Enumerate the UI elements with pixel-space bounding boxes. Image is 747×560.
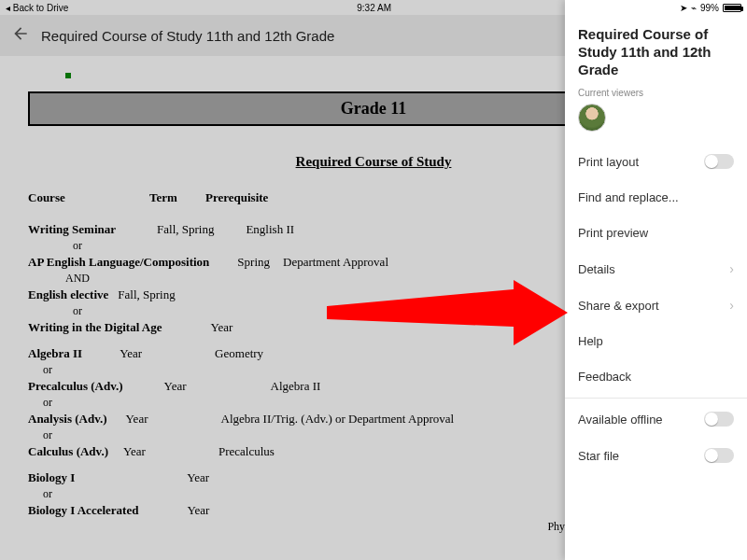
course-writing-seminar: Writing Seminar	[28, 222, 116, 237]
term: Fall, Spring	[118, 287, 175, 302]
menu-feedback[interactable]: Feedback	[565, 358, 747, 394]
prereq: Department Approval	[283, 255, 388, 270]
term: Year	[120, 346, 142, 361]
menu-share-export[interactable]: Share & export›	[565, 287, 747, 323]
chevron-right-icon: ›	[729, 261, 734, 276]
battery-percent: 99%	[700, 3, 719, 13]
course-biology: Biology I	[28, 470, 75, 485]
toggle-offline[interactable]	[704, 412, 734, 427]
term: Spring	[237, 255, 270, 270]
term: Year	[210, 320, 233, 335]
menu-available-offline[interactable]: Available offline	[565, 398, 747, 437]
course-calc: Calculus (Adv.)	[28, 444, 108, 459]
course-english-elective: English elective	[28, 287, 108, 302]
term: Year	[126, 412, 148, 427]
prereq: Algebra II/Trig. (Adv.) or Department Ap…	[221, 412, 455, 427]
course-precalc: Precalculus (Adv.)	[28, 379, 123, 394]
term: Year	[187, 470, 209, 485]
col-course: Course	[28, 190, 149, 205]
viewer-avatar[interactable]	[578, 104, 606, 132]
menu-details[interactable]: Details›	[565, 250, 747, 287]
current-viewers-label: Current viewers	[565, 88, 747, 104]
prereq: Algebra II	[271, 379, 321, 394]
col-term: Term	[149, 190, 205, 205]
prereq: English II	[246, 222, 294, 237]
course-writing-digital-age: Writing in the Digital Age	[28, 320, 162, 335]
prereq: Geometry	[215, 346, 263, 361]
menu-star-file[interactable]: Star file	[565, 437, 747, 473]
panel-title: Required Course of Study 11th and 12th G…	[565, 15, 747, 88]
course-analysis: Analysis (Adv.)	[28, 412, 107, 427]
location-icon: ➤	[680, 3, 687, 13]
course-biology-acc: Biology I Accelerated	[28, 503, 138, 518]
chevron-right-icon: ›	[729, 298, 734, 313]
course-ap-english: AP English Language/Composition	[28, 255, 209, 270]
document-title: Required Course of Study 11th and 12th G…	[41, 28, 334, 44]
battery-icon	[723, 4, 741, 12]
menu-help[interactable]: Help	[565, 323, 747, 358]
side-panel: ➤ ⌁ 99% Required Course of Study 11th an…	[565, 0, 747, 560]
back-arrow-icon[interactable]	[11, 24, 30, 47]
panel-menu: Print layout Find and replace... Print p…	[565, 143, 747, 473]
menu-find-replace[interactable]: Find and replace...	[565, 179, 747, 215]
prereq: Precalculus	[218, 444, 275, 459]
annotation-arrow	[327, 280, 570, 345]
term: Fall, Spring	[157, 222, 214, 237]
course-algebra-ii: Algebra II	[28, 346, 82, 361]
toggle-star[interactable]	[704, 448, 734, 463]
svg-marker-0	[327, 280, 568, 345]
menu-print-preview[interactable]: Print preview	[565, 215, 747, 250]
cursor-marker	[65, 73, 71, 78]
term: Year	[123, 444, 146, 459]
status-time: 9:32 AM	[357, 3, 391, 13]
menu-print-layout[interactable]: Print layout	[565, 143, 747, 179]
back-to-drive-link[interactable]: ◂ Back to Drive	[6, 3, 68, 13]
term: Year	[187, 503, 209, 518]
toggle-print-layout[interactable]	[704, 154, 734, 169]
term: Year	[164, 379, 187, 394]
bluetooth-icon: ⌁	[691, 3, 697, 13]
